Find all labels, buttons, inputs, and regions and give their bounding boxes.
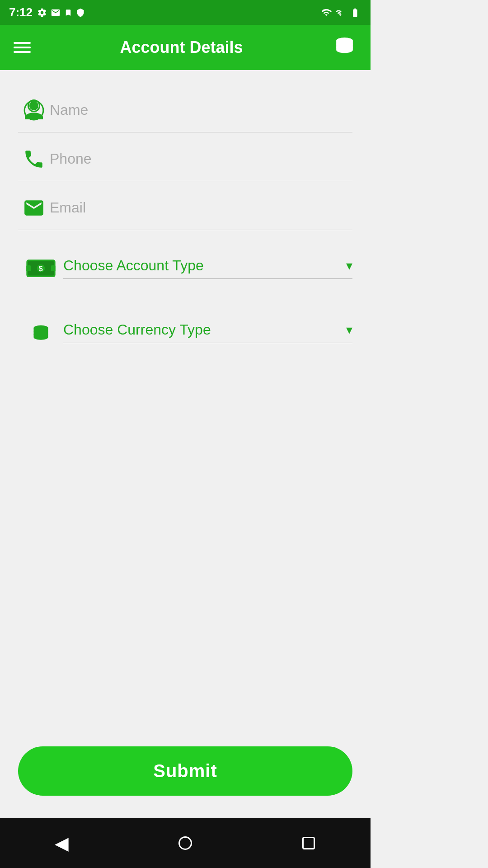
phone-icon <box>18 148 50 170</box>
recent-icon <box>302 837 315 849</box>
email-icon <box>18 197 50 219</box>
currency-type-label: Choose Currency Type <box>63 321 211 338</box>
status-right <box>321 8 361 18</box>
status-bar: 7:12 <box>0 0 371 25</box>
back-icon: ◀ <box>55 833 69 854</box>
phone-field-row <box>18 137 352 181</box>
settings-icon <box>37 8 47 18</box>
svg-rect-7 <box>51 265 56 271</box>
nav-bar: ◀ <box>0 818 371 868</box>
battery-icon <box>349 8 361 18</box>
svg-text:$: $ <box>38 264 42 272</box>
submit-button[interactable]: Submit <box>18 746 352 796</box>
shield-icon <box>76 8 85 18</box>
account-type-label: Choose Account Type <box>63 257 204 274</box>
menu-button[interactable] <box>14 42 31 53</box>
name-input[interactable] <box>50 97 352 123</box>
status-left: 7:12 <box>9 5 85 19</box>
currency-type-row: Choose Currency Type ▾ <box>18 306 352 349</box>
money-icon: $ <box>18 258 63 278</box>
chevron-down-icon-2: ▾ <box>346 322 352 337</box>
home-button[interactable] <box>169 827 201 859</box>
chevron-down-icon: ▾ <box>346 258 352 273</box>
mail-icon <box>51 8 61 18</box>
home-icon <box>178 836 192 850</box>
signal-icon <box>335 8 345 18</box>
recent-button[interactable] <box>293 827 324 859</box>
page-title: Account Details <box>120 38 243 57</box>
bookmark-icon <box>64 8 72 18</box>
phone-input[interactable] <box>50 146 352 172</box>
currency-type-dropdown[interactable]: Choose Currency Type ▾ <box>63 321 352 343</box>
submit-area: Submit <box>18 733 352 809</box>
svg-rect-6 <box>26 265 31 271</box>
coins-stack-icon <box>18 320 63 344</box>
email-input[interactable] <box>50 195 352 221</box>
main-content: $ Choose Account Type ▾ Choose Currency … <box>0 70 371 818</box>
toolbar: Account Details <box>0 25 371 70</box>
name-field-row <box>18 88 352 132</box>
back-button[interactable]: ◀ <box>46 827 78 859</box>
status-time: 7:12 <box>9 5 33 19</box>
status-icons <box>37 8 85 18</box>
wifi-icon <box>321 8 332 18</box>
account-type-dropdown[interactable]: Choose Account Type ▾ <box>63 257 352 279</box>
email-field-row <box>18 186 352 230</box>
person-icon <box>18 99 50 122</box>
account-type-row: $ Choose Account Type ▾ <box>18 244 352 283</box>
coins-icon <box>332 34 357 61</box>
